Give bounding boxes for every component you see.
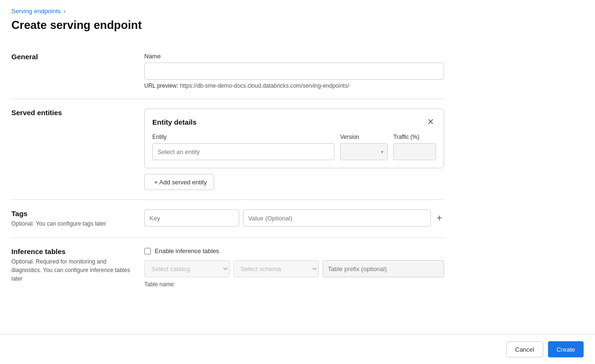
tags-section: Tags Optional. You can configure tags la… <box>11 200 444 238</box>
general-section: General Name URL preview: https://db-sme… <box>11 43 444 99</box>
served-entities-section: Served entities Entity details ✕ Entity … <box>11 99 444 200</box>
url-preview: URL preview: https://db-sme-demo-docs.cl… <box>144 82 444 89</box>
tags-title: Tags <box>11 209 133 218</box>
entity-card-close-button[interactable]: ✕ <box>425 117 436 127</box>
entity-select-input[interactable] <box>152 143 335 160</box>
breadcrumb-separator: › <box>64 8 65 15</box>
enable-inference-checkbox[interactable] <box>144 248 151 255</box>
add-entity-label: + Add served entity <box>154 179 207 186</box>
breadcrumb: Serving endpoints › <box>11 8 444 15</box>
traffic-field-label: Traffic (%) <box>393 134 436 140</box>
entity-details-card: Entity details ✕ Entity Version ▾ <box>144 109 444 168</box>
entity-field-label: Entity <box>152 134 335 140</box>
traffic-input[interactable]: 100 <box>393 143 436 160</box>
create-button[interactable]: Create <box>548 341 584 357</box>
breadcrumb-link[interactable]: Serving endpoints <box>11 8 61 15</box>
tag-key-input[interactable] <box>144 209 239 227</box>
footer: Cancel Create <box>0 334 595 364</box>
inference-schema-select[interactable]: Select schema <box>233 260 319 277</box>
table-name-row: Table name: <box>144 281 444 288</box>
inference-prefix-input[interactable] <box>323 260 444 277</box>
entity-card-title: Entity details <box>152 118 196 126</box>
entity-fields: Entity Version ▾ Traffic (%) 100 <box>152 134 436 160</box>
version-field-label: Version <box>340 134 388 140</box>
name-input[interactable] <box>144 63 444 80</box>
entity-card-header: Entity details ✕ <box>152 117 436 127</box>
inference-tables-title: Inference tables <box>11 247 133 255</box>
tag-add-button[interactable]: + <box>435 213 444 223</box>
inference-tables-section: Inference tables Optional. Required for … <box>11 238 444 297</box>
page-title: Create serving endpoint <box>11 18 444 32</box>
inference-selects: Select catalog Select schema <box>144 260 444 277</box>
inference-catalog-select[interactable]: Select catalog <box>144 260 230 277</box>
tags-row: + <box>144 209 444 227</box>
enable-inference-label[interactable]: Enable inference tables <box>155 247 219 255</box>
enable-inference-row: Enable inference tables <box>144 247 444 255</box>
add-served-entity-button[interactable]: + Add served entity <box>144 174 214 190</box>
tag-value-input[interactable] <box>243 209 431 227</box>
general-section-title: General <box>11 53 133 61</box>
served-entities-title: Served entities <box>11 109 133 117</box>
inference-tables-desc: Optional. Required for monitoring and di… <box>11 257 133 283</box>
version-select[interactable]: ▾ <box>340 143 388 160</box>
cancel-button[interactable]: Cancel <box>506 341 543 357</box>
tags-desc: Optional. You can configure tags later <box>11 219 133 228</box>
name-label: Name <box>144 53 444 60</box>
version-chevron-icon: ▾ <box>381 149 383 155</box>
